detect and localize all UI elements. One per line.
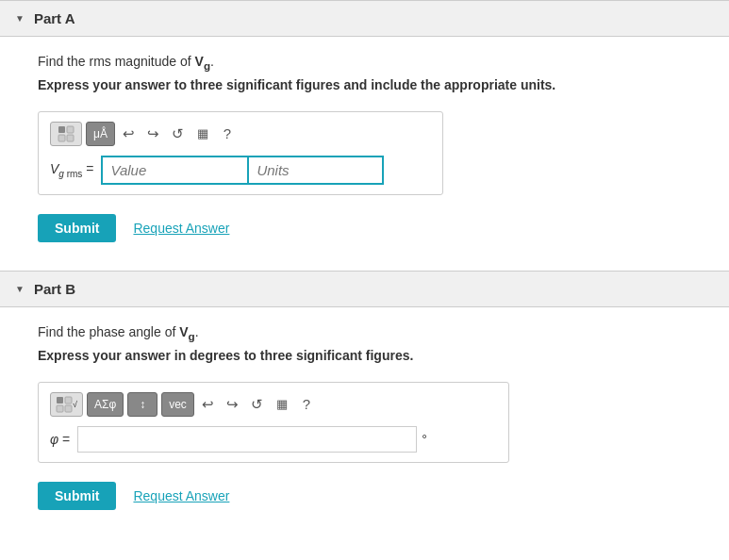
svg-rect-6 [57,405,63,412]
part-b-body: Find the phase angle of Vg. Express your… [0,307,729,531]
part-a-var-sub: g rms [58,169,82,179]
part-b-undo-btn[interactable]: ↩ [198,392,219,417]
part-b-toolbar: √ ΑΣφ ↕ vec ↩ ↪ ↺ [50,392,497,417]
part-b-submit-btn[interactable]: Submit [38,482,116,510]
part-b-request-btn[interactable]: Request Answer [133,488,229,503]
part-a-input-row: Vg rms = [50,156,431,185]
part-b-greek-btn[interactable]: ΑΣφ [87,392,124,417]
part-a-header[interactable]: ▼ Part A [0,0,729,37]
part-b-submit-row: Submit Request Answer [38,482,691,510]
part-b-var-label: φ = [50,432,70,447]
part-a-request-btn[interactable]: Request Answer [133,221,229,236]
part-a-help-btn[interactable]: ? [217,122,238,146]
part-a-var-label: Vg rms = [50,161,93,179]
part-b-vec-btn[interactable]: vec [161,392,194,417]
svg-rect-4 [57,397,63,404]
part-a-section: ▼ Part A Find the rms magnitude of Vg. E… [0,0,729,263]
svg-rect-0 [58,126,65,133]
part-b-value-input[interactable] [77,426,417,453]
part-a-undo-btn[interactable]: ↩ [119,122,140,146]
part-b-header[interactable]: ▼ Part B [0,271,729,307]
part-b-section: ▼ Part B Find the phase angle of Vg. Exp… [0,271,729,531]
svg-rect-5 [65,397,72,404]
part-a-unit-btn[interactable]: μÅ [86,122,115,146]
svg-rect-7 [65,405,72,412]
part-b-reload-btn[interactable]: ↺ [247,392,268,417]
part-a-matrix-btn[interactable] [50,122,82,146]
section-gap [0,263,729,271]
part-a-label: Part A [34,10,75,26]
part-a-units-input[interactable] [247,156,384,185]
part-a-value-input[interactable] [101,156,247,185]
part-a-reload-btn[interactable]: ↺ [168,122,189,146]
part-a-arrow: ▼ [15,13,25,24]
part-a-answer-box: μÅ ↩ ↪ ↺ ▦ ? Vg rms [38,111,443,195]
part-b-help-btn[interactable]: ? [296,392,317,417]
part-b-arrows-btn[interactable]: ↕ [127,392,157,417]
part-b-instruction2: Express your answer in degrees to three … [38,348,691,363]
svg-rect-1 [67,126,74,133]
part-a-submit-row: Submit Request Answer [38,214,691,242]
part-b-instruction1: Find the phase angle of Vg. [38,324,691,342]
svg-rect-3 [67,135,74,141]
part-b-arrow: ▼ [15,284,25,294]
part-b-redo-btn[interactable]: ↪ [223,392,243,417]
part-a-keyboard-btn[interactable]: ▦ [192,122,213,146]
part-b-answer-box: √ ΑΣφ ↕ vec ↩ ↪ ↺ [38,382,509,463]
svg-rect-2 [58,135,65,141]
part-a-redo-btn[interactable]: ↪ [143,122,164,146]
part-b-input-row: φ = ° [50,426,497,453]
part-a-instruction1: Find the rms magnitude of Vg. [38,54,691,72]
part-b-degree: ° [422,432,427,447]
part-b-keyboard-btn[interactable]: ▦ [272,392,292,417]
part-b-label: Part B [34,281,75,297]
part-a-instruction2: Express your answer to three significant… [38,77,691,92]
part-a-body: Find the rms magnitude of Vg. Express yo… [0,37,729,263]
part-a-submit-btn[interactable]: Submit [38,214,116,242]
part-b-matrix-btn[interactable]: √ [50,392,83,417]
part-a-toolbar: μÅ ↩ ↪ ↺ ▦ ? [50,122,431,146]
